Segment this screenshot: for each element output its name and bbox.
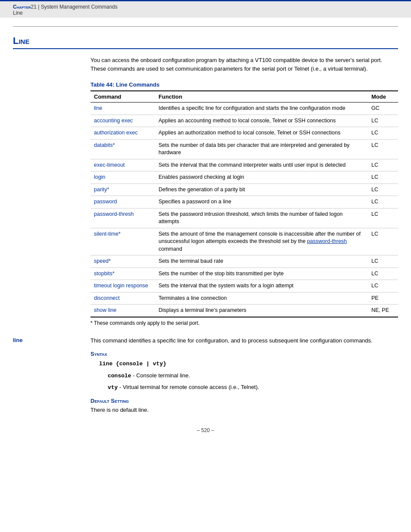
syntax-block: line {console | vty} console - Console t…: [99, 361, 398, 392]
param-description: - Virtual terminal for remote console ac…: [118, 384, 259, 390]
cmd-name-line: line: [13, 336, 90, 414]
mode-cell: LC: [368, 268, 398, 280]
mode-cell: LC: [368, 139, 398, 159]
main-content: Line You can access the onboard configur…: [0, 18, 411, 446]
func-cell: Displays a terminal line's parameters: [155, 305, 368, 317]
cmd-cell[interactable]: disconnect: [90, 292, 155, 305]
func-cell: Sets the amount of time the management c…: [155, 228, 368, 255]
chapter-line: Chapter21 | System Management Commands: [13, 4, 398, 10]
table-row: password-threshSets the password intrusi…: [90, 208, 398, 228]
table-row: authorization execApplies an authorizati…: [90, 127, 398, 140]
params-container: console - Console terminal line.vty - Vi…: [99, 371, 398, 392]
table-row: speed*Sets the terminal baud rateLC: [90, 255, 398, 268]
func-cell: Applies an accounting method to local co…: [155, 115, 368, 127]
chapter-num: 21: [31, 4, 37, 10]
param-desc: vty - Virtual terminal for remote consol…: [108, 383, 398, 392]
table-row: accounting execApplies an accounting met…: [90, 115, 398, 127]
table-title: Table 44: Line Commands: [90, 81, 398, 88]
default-label: Default Setting: [90, 398, 398, 404]
func-cell: Sets the number of data bits per charact…: [155, 139, 368, 159]
chapter-label: Chapter: [13, 4, 31, 10]
mode-cell: GC: [368, 103, 398, 115]
mode-cell: LC: [368, 255, 398, 268]
mode-cell: LC: [368, 115, 398, 127]
func-cell: Identifies a specific line for configura…: [155, 103, 368, 115]
cmd-cell[interactable]: speed*: [90, 255, 155, 268]
cmd-cell[interactable]: show line: [90, 305, 155, 317]
param-name: console: [108, 373, 131, 379]
func-cell: Enables password checking at login: [155, 171, 368, 184]
func-cell: Defines the generation of a parity bit: [155, 184, 368, 196]
table-header-row: Command Function Mode: [90, 91, 398, 103]
table-row: timeout login responseSets the interval …: [90, 280, 398, 292]
func-cell: Sets the terminal baud rate: [155, 255, 368, 268]
cmd-cell[interactable]: login: [90, 171, 155, 184]
mode-cell: NE, PE: [368, 305, 398, 317]
intro-paragraph: You can access the onboard configuration…: [90, 56, 398, 73]
cmd-description: This command identifies a specific line …: [90, 336, 398, 345]
syntax-line: line {console | vty}: [99, 361, 398, 367]
func-cell: Sets the number of the stop bits transmi…: [155, 268, 368, 280]
syntax-label: Syntax: [90, 351, 398, 357]
table-footnote: * These commands only apply to the seria…: [90, 320, 398, 326]
table-row: loginEnables password checking at loginL…: [90, 171, 398, 184]
cmd-body-line: This command identifies a specific line …: [90, 336, 398, 414]
col-header-command: Command: [90, 91, 155, 103]
header-subtitle: Line: [13, 10, 398, 16]
section-title: Line: [13, 35, 398, 49]
mode-cell: LC: [368, 171, 398, 184]
mode-cell: PE: [368, 292, 398, 305]
mode-cell: LC: [368, 127, 398, 140]
table-row: disconnectTerminates a line connectionPE: [90, 292, 398, 305]
func-cell: Sets the interval that the system waits …: [155, 280, 368, 292]
cmd-cell[interactable]: authorization exec: [90, 127, 155, 140]
cmd-cell[interactable]: silent-time*: [90, 228, 155, 255]
section-divider: [13, 26, 398, 27]
mode-cell: LC: [368, 280, 398, 292]
cmd-cell[interactable]: password: [90, 196, 155, 208]
cmd-cell[interactable]: accounting exec: [90, 115, 155, 127]
table-row: passwordSpecifies a password on a lineLC: [90, 196, 398, 208]
cmd-cell[interactable]: stopbits*: [90, 268, 155, 280]
mode-cell: LC: [368, 228, 398, 255]
table-row: silent-time*Sets the amount of time the …: [90, 228, 398, 255]
func-cell: Specifies a password on a line: [155, 196, 368, 208]
mode-cell: LC: [368, 159, 398, 171]
mode-cell: LC: [368, 208, 398, 228]
table-row: databits*Sets the number of data bits pe…: [90, 139, 398, 159]
param-name: vty: [108, 384, 118, 391]
func-cell: Applies an authorization method to local…: [155, 127, 368, 140]
param-description: - Console terminal line.: [131, 372, 190, 379]
commands-table: Command Function Mode lineIdentifies a s…: [90, 90, 398, 317]
cmd-cell[interactable]: password-thresh: [90, 208, 155, 228]
cmd-cell[interactable]: databits*: [90, 139, 155, 159]
table-row: show lineDisplays a terminal line's para…: [90, 305, 398, 317]
table-row: stopbits*Sets the number of the stop bit…: [90, 268, 398, 280]
func-cell: Terminates a line connection: [155, 292, 368, 305]
table-row: parity*Defines the generation of a parit…: [90, 184, 398, 196]
cmd-cell[interactable]: timeout login response: [90, 280, 155, 292]
func-cell: Sets the password intrusion threshold, w…: [155, 208, 368, 228]
table-row: lineIdentifies a specific line for confi…: [90, 103, 398, 115]
param-desc: console - Console terminal line.: [108, 371, 398, 380]
page-number: – 520 –: [13, 427, 398, 433]
chapter-title: System Management Commands: [41, 4, 118, 10]
func-cell: Sets the interval that the command inter…: [155, 159, 368, 171]
page-header: Chapter21 | System Management Commands L…: [0, 0, 411, 18]
col-header-function: Function: [155, 91, 368, 103]
table-row: exec-timeoutSets the interval that the c…: [90, 159, 398, 171]
mode-cell: LC: [368, 196, 398, 208]
default-text: There is no default line.: [90, 406, 398, 414]
inline-link-password-thresh[interactable]: password-thresh: [307, 238, 347, 244]
mode-cell: LC: [368, 184, 398, 196]
cmd-cell[interactable]: parity*: [90, 184, 155, 196]
table-body: lineIdentifies a specific line for confi…: [90, 103, 398, 317]
cmd-cell[interactable]: exec-timeout: [90, 159, 155, 171]
col-header-mode: Mode: [368, 91, 398, 103]
cmd-cell[interactable]: line: [90, 103, 155, 115]
cmd-detail-line: line This command identifies a specific …: [13, 336, 398, 414]
chapter-sep: |: [37, 4, 41, 10]
